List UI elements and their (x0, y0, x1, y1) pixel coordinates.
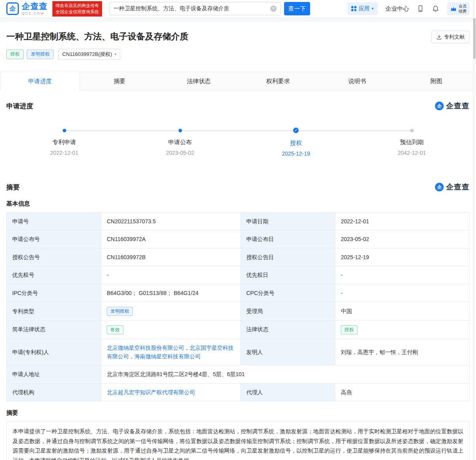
field-value: 2025-12-19 (335, 248, 470, 266)
tab-5[interactable]: 说明书 (318, 72, 397, 90)
field-label: 法律状态 (241, 320, 335, 339)
mobile-phone-icon[interactable] (417, 5, 424, 12)
entity-link[interactable]: 北京微纳星空科技股份有限公司 (107, 345, 184, 351)
timeline-node: 预估到期2042-12-01 (354, 127, 470, 157)
field-value: CN116039972A (101, 230, 241, 248)
field-value: 2022-12-01 (335, 213, 470, 230)
progress-section-head: 申请进度 企 企查查 (6, 101, 470, 111)
download-icon (437, 35, 442, 40)
info-row: 代理机构北京超凡宏宇知识产权代理有限公司代理人高燕 (7, 383, 470, 401)
basic-info-table: 申请号CN202211537073.5申请日期2022-12-01申请公布号CN… (6, 212, 470, 401)
timeline-dot (178, 129, 182, 132)
field-value: - (101, 266, 241, 284)
field-label: 代理机构 (7, 383, 101, 401)
slogan-line2: 全国企业信用查询系统 (56, 9, 99, 15)
enterprise-center-link[interactable]: 企业中心 (385, 5, 409, 13)
vip-line1: 会员 (459, 4, 467, 9)
logo-name-cn: 企查查 (22, 2, 48, 10)
scrollbar-track[interactable] (473, 0, 476, 460)
abstract-heading: 摘要 (6, 409, 470, 417)
search-area: × 查一下 (109, 2, 310, 15)
timeline-date: 2023-05-02 (166, 150, 194, 156)
patent-doc-label: 专利文献 (444, 33, 465, 41)
info-row: 申请号CN202211537073.5申请日期2022-12-01 (7, 213, 470, 230)
field-label: 授权公告号 (7, 248, 101, 266)
top-header: 企 企查查 QCC.COM 缔造有远见的商业传奇 全国企业信用查询系统 × 查一… (0, 0, 476, 17)
field-label: 申请(专利权)人 (7, 339, 101, 365)
timeline-items: 专利申请2022-12-01申请公布2023-05-02授权2025-12-19… (6, 127, 470, 157)
notification-bell-icon[interactable] (432, 5, 439, 13)
basic-info-tbody: 申请号CN202211537073.5申请日期2022-12-01申请公布号CN… (7, 213, 470, 401)
field-label: 专利类型 (7, 302, 101, 320)
abstract-text: 本申请提供了一种卫星控制系统、方法、电子设备及存储介质，系统包括：地面雷达检测站… (6, 421, 470, 460)
field-value: CN202211537073.5 (101, 213, 241, 230)
field-label: 发明人 (241, 339, 335, 365)
timeline-dot (410, 129, 414, 132)
info-row: 简单法律状态有效法律状态授权 (7, 320, 470, 339)
timeline-label: 预估到期 (400, 139, 424, 146)
progress-section: 申请进度 企 企查查 专利申请2022-12-01申请公布2023-05-02授… (0, 101, 476, 166)
tab-4[interactable]: 权利要求 (238, 72, 318, 90)
timeline-label: 授权 (290, 139, 302, 147)
summary-section-head: 摘要 企 企查查 (6, 182, 470, 192)
qcc-logo-icon: 企 (6, 2, 19, 15)
field-value: 北京市海淀区北清路81号院二区2号楼4层、5层、6层101 (101, 365, 470, 383)
field-value: B64G3/00； G01S13/88； B64G1/24 (101, 284, 241, 302)
timeline-date: 2022-12-01 (50, 150, 78, 156)
top-nav: 应用 ▾ 企业中心 会员 续费 (347, 2, 470, 15)
field-value: 授权 (335, 320, 470, 339)
search-input[interactable] (113, 6, 267, 12)
field-label: 代理人 (241, 383, 335, 401)
field-label: 受理局 (241, 302, 335, 320)
qcc-logo[interactable]: 企 企查查 QCC.COM (6, 2, 48, 15)
timeline-node: 申请公布2023-05-02 (122, 127, 238, 157)
qcc-watermark: 企 企查查 (435, 101, 470, 111)
entity-link[interactable]: 海南微纳星空科技有限公司 (134, 353, 201, 360)
tab-bar: 申请进度摘要法律状态权利要求说明书附图 (0, 72, 476, 91)
status-tag: 有效 (107, 325, 123, 334)
field-label: 申请公布号 (7, 230, 101, 248)
qcc-logo-text: 企查查 QCC.COM (22, 2, 48, 15)
field-label: CPC分类号 (241, 284, 335, 302)
info-row: 申请人地址北京市海淀区北清路81号院二区2号楼4层、5层、6层101 (7, 365, 470, 383)
field-value: - (335, 266, 470, 284)
timeline-label: 专利申请 (52, 139, 76, 146)
field-label: 申请号 (7, 213, 101, 230)
scrollbar[interactable] (473, 18, 476, 59)
timeline-node: 授权2025-12-19 (238, 127, 354, 157)
patent-doc-button[interactable]: 专利文献 (431, 31, 470, 43)
info-row: 申请公布号CN116039972A申请公布日2023-05-02 (7, 230, 470, 248)
vip-label: 会员 续费 (459, 4, 467, 14)
field-label: 授权公告日 (241, 248, 335, 266)
search-button[interactable]: 查一下 (284, 2, 310, 15)
tab-1[interactable]: 申请进度 (0, 72, 80, 90)
tab-3[interactable]: 法律状态 (159, 72, 238, 90)
logo-name-en: QCC.COM (22, 11, 48, 15)
timeline-node: 专利申请2022-12-01 (6, 127, 122, 157)
field-value: 发明授权 (101, 302, 241, 320)
timeline-dot (63, 129, 66, 132)
field-value: 2023-05-02 (335, 230, 470, 248)
timeline-date: 2025-12-19 (282, 150, 310, 157)
field-value: 中国 (335, 302, 470, 320)
vip-renew-button[interactable]: 会员 续费 (447, 2, 470, 15)
search-clear-icon[interactable]: × (270, 6, 277, 12)
field-label: 简单法律状态 (7, 320, 101, 339)
apps-label: 应用 (359, 5, 370, 12)
header-divider (0, 17, 476, 22)
grid-icon (351, 6, 357, 11)
status-tag: 授权 (341, 325, 357, 334)
apps-menu-button[interactable]: 应用 ▾ (347, 2, 377, 15)
status-tag: 发明授权 (107, 307, 133, 316)
tab-2[interactable]: 摘要 (80, 72, 159, 90)
qcc-watermark: 企 企查查 (435, 182, 470, 192)
caret-down-icon: ▾ (114, 52, 116, 56)
qcc-watermark-text: 企查查 (446, 101, 470, 111)
field-value: 有效 (101, 320, 241, 339)
entity-link[interactable]: 北京超凡宏宇知识产权代理有限公司 (107, 389, 195, 395)
summary-section: 摘要 企 企查查 基本信息 申请号CN202211537073.5申请日期202… (0, 182, 476, 460)
patent-version-select[interactable]: CN116039972B(授权) ▾ (58, 49, 120, 60)
summary-heading: 摘要 (6, 183, 20, 192)
info-row: 专利类型发明授权受理局中国 (7, 302, 470, 320)
tab-6[interactable]: 附图 (397, 72, 476, 90)
